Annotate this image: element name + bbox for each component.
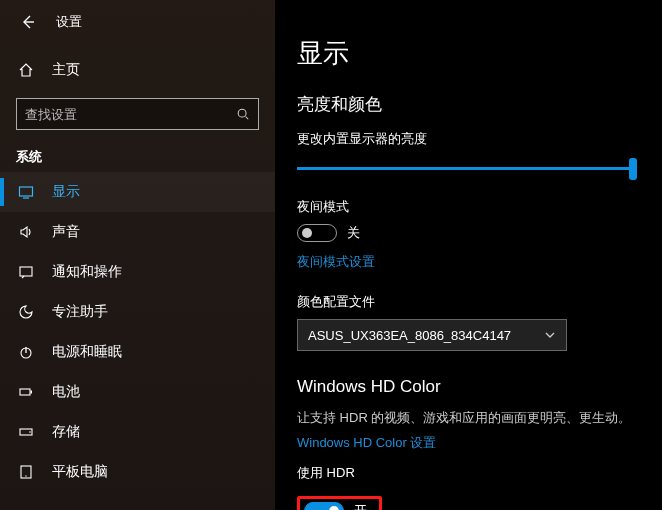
power-icon: [16, 344, 36, 360]
color-profile-label: 颜色配置文件: [297, 293, 640, 311]
sidebar-item-sound[interactable]: 声音: [0, 212, 275, 252]
night-light-toggle[interactable]: [297, 224, 337, 242]
svg-point-0: [238, 109, 246, 117]
sidebar-item-focus[interactable]: 专注助手: [0, 292, 275, 332]
sidebar-item-notifications[interactable]: 通知和操作: [0, 252, 275, 292]
hd-color-desc: 让支持 HDR 的视频、游戏和应用的画面更明亮、更生动。: [297, 409, 640, 427]
sound-icon: [16, 224, 36, 240]
sidebar-item-tablet[interactable]: 平板电脑: [0, 452, 275, 492]
search-box[interactable]: [16, 98, 259, 130]
section-brightness-title: 亮度和颜色: [297, 93, 640, 116]
sidebar-item-label: 电池: [52, 383, 80, 401]
sidebar-item-label: 平板电脑: [52, 463, 108, 481]
sidebar-item-label: 声音: [52, 223, 80, 241]
use-hdr-label: 使用 HDR: [297, 464, 640, 482]
storage-icon: [16, 424, 36, 440]
search-icon: [236, 107, 250, 121]
svg-rect-1: [20, 187, 33, 196]
main-content: 显示 亮度和颜色 更改内置显示器的亮度 夜间模式 关 夜间模式设置 颜色配置文件…: [275, 0, 662, 510]
sidebar-item-storage[interactable]: 存储: [0, 412, 275, 452]
focus-icon: [16, 304, 36, 320]
hd-color-title: Windows HD Color: [297, 377, 640, 397]
sidebar-item-battery[interactable]: 电池: [0, 372, 275, 412]
page-title: 显示: [297, 36, 640, 71]
use-hdr-state: 开: [354, 502, 367, 510]
toggle-knob: [329, 506, 339, 510]
sidebar-item-label: 存储: [52, 423, 80, 441]
sidebar: 设置 主页 系统 显示 声音 通知和操作 专注助手 电源和睡眠 电池: [0, 0, 275, 510]
back-button[interactable]: [16, 10, 40, 34]
arrow-left-icon: [20, 14, 36, 30]
chevron-down-icon: [544, 329, 556, 341]
app-title: 设置: [56, 13, 82, 31]
color-profile-value: ASUS_UX363EA_8086_834C4147: [308, 328, 511, 343]
color-profile-dropdown[interactable]: ASUS_UX363EA_8086_834C4147: [297, 319, 567, 351]
sidebar-item-label: 专注助手: [52, 303, 108, 321]
night-light-label: 夜间模式: [297, 198, 640, 216]
sidebar-item-display[interactable]: 显示: [0, 172, 275, 212]
toggle-knob: [302, 228, 312, 238]
sidebar-item-label: 通知和操作: [52, 263, 122, 281]
sidebar-home[interactable]: 主页: [0, 50, 275, 90]
brightness-slider[interactable]: [297, 156, 637, 182]
sidebar-home-label: 主页: [52, 61, 80, 79]
hdr-highlight-box: 开: [297, 496, 382, 510]
svg-rect-4: [20, 389, 30, 395]
sidebar-header: 设置: [0, 0, 275, 44]
svg-rect-2: [20, 267, 32, 276]
tablet-icon: [16, 464, 36, 480]
use-hdr-toggle[interactable]: [304, 502, 344, 510]
sidebar-item-power[interactable]: 电源和睡眠: [0, 332, 275, 372]
svg-point-9: [25, 475, 26, 476]
sidebar-item-label: 显示: [52, 183, 80, 201]
search-input[interactable]: [25, 107, 236, 122]
battery-icon: [16, 384, 36, 400]
slider-track: [297, 167, 637, 170]
night-light-settings-link[interactable]: 夜间模式设置: [297, 253, 375, 271]
svg-rect-5: [31, 391, 33, 394]
notifications-icon: [16, 264, 36, 280]
brightness-label: 更改内置显示器的亮度: [297, 130, 640, 148]
night-light-state: 关: [347, 224, 360, 242]
svg-point-7: [29, 431, 31, 433]
home-icon: [16, 62, 36, 78]
slider-thumb[interactable]: [629, 158, 637, 180]
sidebar-item-label: 电源和睡眠: [52, 343, 122, 361]
hd-color-settings-link[interactable]: Windows HD Color 设置: [297, 434, 436, 452]
display-icon: [16, 184, 36, 200]
sidebar-group-title: 系统: [0, 140, 275, 172]
